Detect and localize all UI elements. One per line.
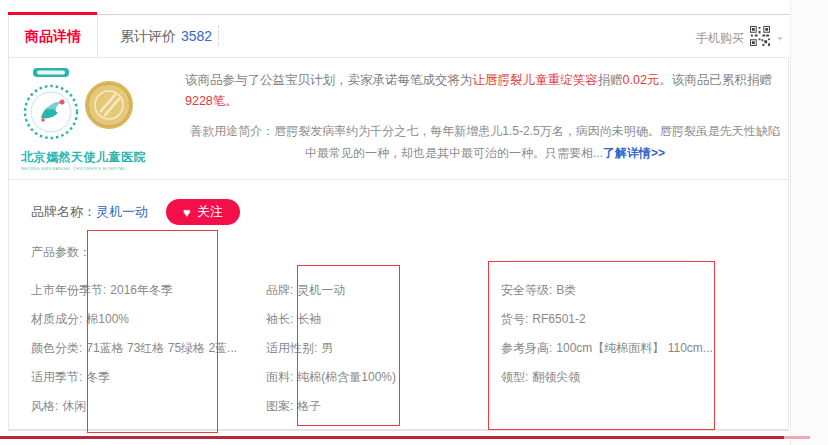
brand-row: 品牌名称： 灵机一动 ♥ 关注 (31, 199, 240, 225)
param-label: 适用季节: (31, 370, 82, 384)
chevron-down-icon: ▼ (776, 34, 784, 41)
gold-medal-icon (84, 80, 134, 134)
param-value: 休闲 (62, 399, 86, 413)
heart-icon: ♥ (183, 206, 191, 219)
follow-button[interactable]: ♥ 关注 (166, 199, 240, 225)
params-title: 产品参数： (31, 244, 91, 261)
reviews-count: 3582 (181, 28, 212, 44)
bottom-red-line-end (784, 436, 810, 439)
bottom-red-line (0, 436, 784, 439)
tab-reviews[interactable]: 累计评价3582 (120, 15, 212, 57)
charity-pledge-text: 该商品参与了公益宝贝计划，卖家承诺每笔成交将为让唇腭裂儿童重绽笑容捐赠0.02元… (185, 70, 785, 112)
charity-cause-highlight: 让唇腭裂儿童重绽笑容 (473, 73, 598, 87)
param-label: 颜色分类: (31, 341, 82, 355)
donation-amount: 0.02元 (623, 73, 660, 87)
mobile-buy-menu[interactable]: 手机购买 ▼ (696, 26, 784, 50)
qr-code-icon (750, 26, 770, 50)
tab-product-detail[interactable]: 商品详情 (8, 15, 98, 57)
param-label: 风格: (31, 399, 58, 413)
param-label: 图案: (266, 399, 293, 413)
brand-name-link[interactable]: 灵机一动 (96, 203, 148, 221)
hospital-name-en: BEIJING SMILEANGEL CHILDREN'S HOSPITAL (21, 166, 94, 171)
annotation-box-1 (87, 230, 218, 433)
param-label: 品牌: (266, 283, 293, 297)
hospital-name-cn: 北京嫣然天使儿童医院 (21, 149, 153, 166)
charity-banner: 北京嫣然天使儿童医院 BEIJING SMILEANGEL CHILDREN'S… (8, 57, 789, 180)
hospital-logo: 北京嫣然天使儿童医院 BEIJING SMILEANGEL CHILDREN'S… (21, 67, 153, 175)
param-label: 袖长: (266, 312, 293, 326)
mobile-buy-label: 手机购买 (696, 30, 744, 47)
learn-more-link[interactable]: 了解详情>> (603, 146, 665, 160)
follow-button-label: 关注 (197, 203, 223, 221)
param-label: 面料: (266, 370, 293, 384)
donation-count: 9228笔。 (185, 94, 238, 108)
annotation-box-3 (488, 261, 715, 430)
brand-label: 品牌名称： (31, 203, 96, 221)
hospital-emblem-icon (21, 67, 81, 147)
charity-intro-text: 善款用途简介：唇腭裂发病率约为千分之七，每年新增患儿1.5-2.5万名，病因尚未… (185, 120, 785, 164)
page-right-gutter (790, 0, 828, 445)
annotation-box-2 (297, 265, 400, 426)
param-label: 材质成分: (31, 312, 82, 326)
tab-divider (218, 26, 219, 46)
tab-reviews-label: 累计评价 (120, 28, 176, 44)
